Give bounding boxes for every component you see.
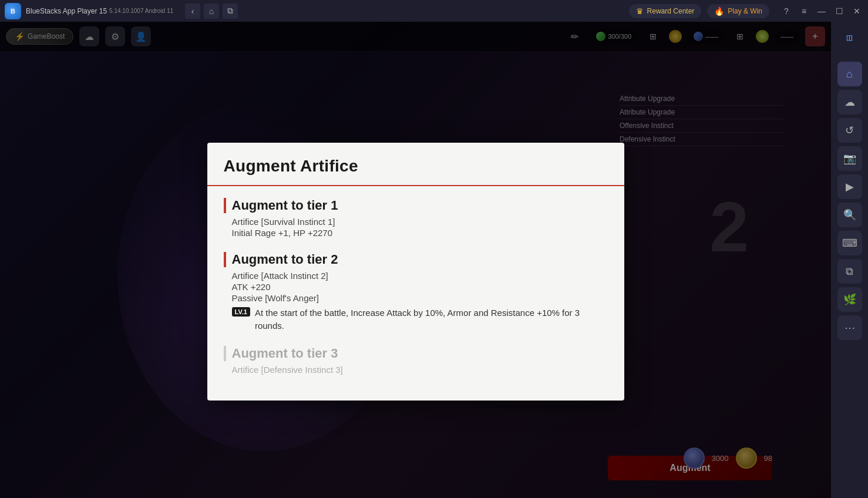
app-logo: B: [5, 3, 21, 19]
right-sidebar: ⊟ ⌂ ☁ ↺ 📷 ▶ 🔍 ⌨ ⧉ 🌿 ⋯: [831, 22, 868, 498]
tier-2-title: Augment to tier 2: [224, 252, 608, 267]
reward-center-label: Reward Center: [647, 7, 695, 15]
tier-3-bar: [224, 346, 226, 361]
tier-2-subtitle: Artifice [Attack Instinct 2]: [232, 271, 608, 281]
sidebar-home-icon[interactable]: ⌂: [837, 62, 862, 86]
sidebar-refresh-icon[interactable]: ↺: [837, 118, 862, 143]
maximize-button[interactable]: ☐: [833, 5, 846, 18]
augment-modal: Augment Artifice Augment to tier 1 Artif…: [207, 143, 624, 401]
app-name: BlueStacks App Player 15: [26, 7, 107, 15]
sidebar-camera-icon[interactable]: 📷: [837, 146, 862, 171]
sidebar-macro-icon[interactable]: ▶: [837, 174, 862, 199]
modal-overlay[interactable]: Augment Artifice Augment to tier 1 Artif…: [0, 22, 831, 498]
modal-title: Augment Artifice: [224, 157, 608, 176]
home-button[interactable]: ⌂: [204, 4, 219, 19]
tier-1-bar: [224, 198, 226, 213]
tier-1-section: Augment to tier 1 Artifice [Survival Ins…: [224, 198, 608, 238]
tier-1-stat: Initial Rage +1, HP +2270: [232, 228, 608, 238]
tier-1-subtitle: Artifice [Survival Instinct 1]: [232, 217, 608, 227]
titlebar-right: ♛ Reward Center 🔥 Play & Win ? ≡ — ☐ ✕: [629, 4, 863, 18]
tabs-button[interactable]: ⧉: [223, 4, 238, 19]
menu-button[interactable]: ≡: [798, 5, 810, 18]
tier-3-subtitle: Artifice [Defensive Instinct 3]: [232, 365, 608, 375]
sidebar-expand-icon[interactable]: ⊟: [837, 26, 862, 51]
modal-body[interactable]: Augment to tier 1 Artifice [Survival Ins…: [207, 186, 624, 401]
tier-2-stat: ATK +220: [232, 282, 608, 292]
play-win-label: Play & Win: [728, 7, 762, 15]
titlebar: B BlueStacks App Player 15 5.14.10.1007 …: [0, 0, 868, 22]
lv-badge: LV.1: [232, 307, 250, 317]
reward-center-button[interactable]: ♛ Reward Center: [629, 4, 702, 18]
sidebar-multi-icon[interactable]: ⧉: [837, 259, 862, 284]
tier-3-section: Augment to tier 3 Artifice [Defensive In…: [224, 346, 608, 375]
window-controls: ? ≡ — ☐ ✕: [780, 5, 863, 18]
help-button[interactable]: ?: [780, 5, 793, 18]
lv-desc: At the start of the battle, Increase Att…: [255, 307, 608, 332]
back-button[interactable]: ‹: [185, 4, 200, 19]
minimize-button[interactable]: —: [815, 5, 828, 18]
tier-2-passive: Passive [Wolf's Anger]: [232, 293, 608, 303]
tier-2-section: Augment to tier 2 Artifice [Attack Insti…: [224, 252, 608, 332]
sidebar-eco-icon[interactable]: 🌿: [837, 287, 862, 312]
play-win-flame-icon: 🔥: [714, 6, 724, 16]
app-version: 5.14.10.1007 Android 11: [109, 8, 173, 14]
sidebar-search-icon[interactable]: 🔍: [837, 203, 862, 227]
close-button[interactable]: ✕: [850, 5, 863, 18]
modal-header: Augment Artifice: [207, 143, 624, 186]
play-win-button[interactable]: 🔥 Play & Win: [707, 4, 769, 18]
tier-2-bar: [224, 252, 226, 267]
reward-crown-icon: ♛: [636, 6, 644, 16]
tier-2-lv-row: LV.1 At the start of the battle, Increas…: [232, 307, 608, 332]
sidebar-cloud-icon[interactable]: ☁: [837, 90, 862, 115]
tier-3-title: Augment to tier 3: [224, 346, 608, 361]
sidebar-keymapper-icon[interactable]: ⌨: [837, 231, 862, 255]
sidebar-more-icon[interactable]: ⋯: [837, 315, 862, 340]
titlebar-nav: ‹ ⌂ ⧉: [185, 4, 238, 19]
tier-1-title: Augment to tier 1: [224, 198, 608, 213]
